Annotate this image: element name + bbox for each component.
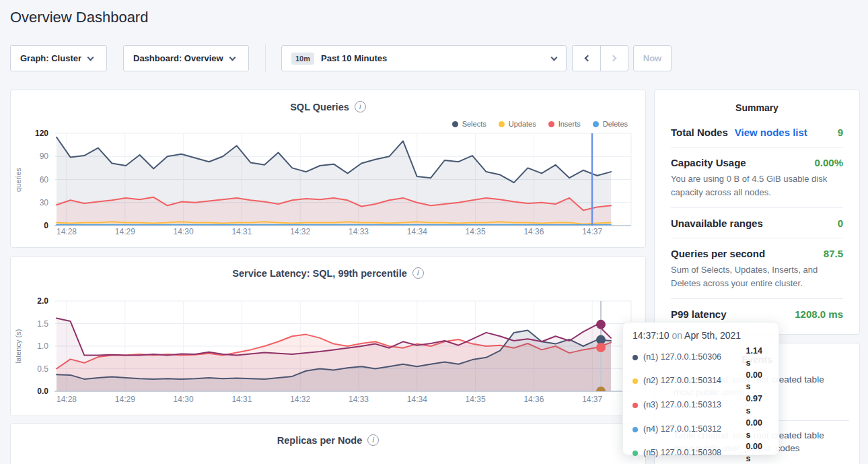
- sql-queries-chart[interactable]: 14:2814:2914:3014:3114:3214:3314:3414:35…: [12, 128, 645, 244]
- sql-queries-chart-title: SQL Queries: [290, 102, 349, 112]
- svg-text:14:32: 14:32: [290, 395, 310, 404]
- time-range-selector[interactable]: 10m Past 10 Minutes: [281, 45, 567, 71]
- legend-item-inserts: Inserts: [548, 120, 581, 128]
- summary-row-unavailable-ranges: Unavailable ranges 0: [671, 208, 843, 238]
- summary-panel: Summary Total Nodes View nodes list 9 Ca…: [654, 90, 860, 335]
- qps-description: Sum of Selects, Updates, Inserts, and De…: [671, 263, 843, 290]
- svg-text:1.5: 1.5: [37, 319, 48, 329]
- chart-hover-tooltip: 14:37:10 on Apr 5th, 2021 (n1) 127.0.0.1…: [622, 322, 779, 455]
- svg-text:queries: queries: [14, 167, 22, 192]
- svg-text:14:37: 14:37: [582, 227, 602, 236]
- summary-panel-title: Summary: [655, 90, 859, 113]
- svg-text:14:37: 14:37: [582, 395, 602, 404]
- time-range-label: Past 10 Minutes: [321, 53, 387, 63]
- svg-text:14:34: 14:34: [407, 395, 427, 404]
- service-latency-chart-title: Service Latency: SQL, 99th percentile: [232, 268, 407, 279]
- svg-text:14:35: 14:35: [466, 227, 486, 236]
- time-prev-button[interactable]: [573, 46, 600, 71]
- view-nodes-list-link[interactable]: View nodes list: [735, 127, 807, 138]
- svg-text:14:36: 14:36: [523, 395, 544, 404]
- svg-text:14:34: 14:34: [407, 227, 427, 236]
- chevron-down-icon: [229, 54, 236, 61]
- inserts-dot-icon: [548, 121, 554, 127]
- summary-row-capacity: Capacity Usage 0.00% You are using 0 B o…: [671, 147, 843, 208]
- chevron-right-icon: [610, 55, 617, 62]
- node-dot-icon: [632, 355, 638, 360]
- legend-item-selects: Selects: [452, 120, 486, 128]
- svg-text:14:31: 14:31: [231, 395, 252, 404]
- p99-latency-value: 1208.0 ms: [795, 308, 843, 320]
- info-icon[interactable]: [367, 434, 379, 446]
- node-dot-icon: [632, 451, 638, 456]
- toolbar-divider: [265, 44, 266, 72]
- svg-text:14:30: 14:30: [174, 227, 194, 236]
- time-range-badge: 10m: [291, 53, 314, 65]
- svg-text:30: 30: [40, 198, 49, 207]
- replicas-per-node-card: Replicas per Node: [10, 423, 646, 464]
- svg-text:14:33: 14:33: [349, 395, 369, 404]
- svg-text:0.0: 0.0: [37, 387, 48, 396]
- tooltip-row: (n2) 127.0.0.1:503140.00 s: [632, 370, 769, 394]
- svg-text:14:29: 14:29: [115, 395, 135, 404]
- svg-text:14:36: 14:36: [523, 227, 544, 236]
- capacity-usage-label: Capacity Usage: [671, 157, 746, 168]
- service-latency-card: Service Latency: SQL, 99th percentile 14…: [10, 256, 646, 416]
- tooltip-row: (n4) 127.0.0.1:503120.00 s: [632, 418, 769, 442]
- chevron-left-icon: [584, 55, 591, 62]
- chevron-down-icon: [551, 54, 558, 61]
- dashboard-dropdown[interactable]: Dashboard: Overview: [123, 45, 249, 71]
- unavailable-ranges-label: Unavailable ranges: [671, 218, 763, 229]
- svg-text:0: 0: [44, 221, 48, 230]
- chevron-down-icon: [87, 54, 94, 61]
- capacity-usage-description: You are using 0 B of 4.5 GiB usable disk…: [671, 172, 843, 199]
- svg-text:14:35: 14:35: [466, 395, 486, 404]
- svg-text:14:31: 14:31: [231, 227, 252, 236]
- svg-text:14:33: 14:33: [349, 227, 369, 236]
- info-icon[interactable]: [355, 101, 366, 112]
- deletes-dot-icon: [593, 121, 599, 127]
- service-latency-chart[interactable]: 14:2814:2914:3014:3114:3214:3314:3414:35…: [12, 296, 645, 411]
- node-dot-icon: [632, 427, 638, 432]
- node-dot-icon: [632, 378, 638, 384]
- sql-queries-legend: Selects Updates Inserts Deletes: [452, 120, 628, 128]
- total-nodes-label: Total Nodes: [671, 127, 728, 138]
- svg-text:14:28: 14:28: [57, 227, 77, 236]
- summary-row-qps: Queries per second 87.5 Sum of Selects, …: [671, 238, 843, 299]
- replicas-chart-title: Replicas per Node: [277, 435, 363, 446]
- qps-label: Queries per second: [671, 248, 765, 259]
- updates-dot-icon: [499, 121, 505, 127]
- svg-text:2.0: 2.0: [37, 296, 48, 306]
- node-dot-icon: [632, 403, 638, 408]
- capacity-usage-value: 0.00%: [814, 157, 843, 168]
- svg-text:120: 120: [35, 129, 48, 138]
- legend-item-updates: Updates: [499, 120, 536, 128]
- svg-text:90: 90: [40, 152, 49, 161]
- svg-text:1.0: 1.0: [37, 341, 48, 351]
- page-title: Overview Dashboard: [10, 9, 148, 26]
- selects-dot-icon: [452, 121, 458, 127]
- summary-row-total-nodes: Total Nodes View nodes list 9: [671, 117, 843, 147]
- svg-text:14:28: 14:28: [57, 395, 77, 404]
- svg-text:latency (s): latency (s): [14, 329, 22, 364]
- svg-text:14:29: 14:29: [115, 227, 135, 236]
- tooltip-row: (n5) 127.0.0.1:503080.00 s: [632, 441, 769, 464]
- legend-item-deletes: Deletes: [593, 120, 628, 128]
- overview-dashboard-page: Overview Dashboard Graph: Cluster Dashbo…: [0, 0, 868, 464]
- dashboard-dropdown-label: Dashboard: Overview: [133, 53, 223, 63]
- info-icon[interactable]: [412, 267, 424, 279]
- unavailable-ranges-value: 0: [838, 218, 843, 229]
- sql-queries-card: SQL Queries Selects Updates Inserts Dele…: [10, 90, 646, 248]
- tooltip-row: (n3) 127.0.0.1:503130.97 s: [632, 393, 769, 418]
- qps-value: 87.5: [824, 248, 843, 259]
- svg-text:14:30: 14:30: [174, 395, 194, 404]
- total-nodes-value: 9: [838, 127, 843, 138]
- svg-text:0.5: 0.5: [37, 364, 48, 374]
- svg-text:60: 60: [40, 175, 49, 185]
- tooltip-timestamp: 14:37:10 on Apr 5th, 2021: [632, 330, 769, 341]
- graph-dropdown-label: Graph: Cluster: [20, 53, 81, 63]
- now-button[interactable]: Now: [633, 45, 672, 71]
- tooltip-row: (n1) 127.0.0.1:503061.14 s: [632, 345, 769, 370]
- svg-text:14:32: 14:32: [290, 227, 310, 236]
- time-next-button[interactable]: [600, 46, 628, 71]
- graph-dropdown[interactable]: Graph: Cluster: [10, 45, 107, 71]
